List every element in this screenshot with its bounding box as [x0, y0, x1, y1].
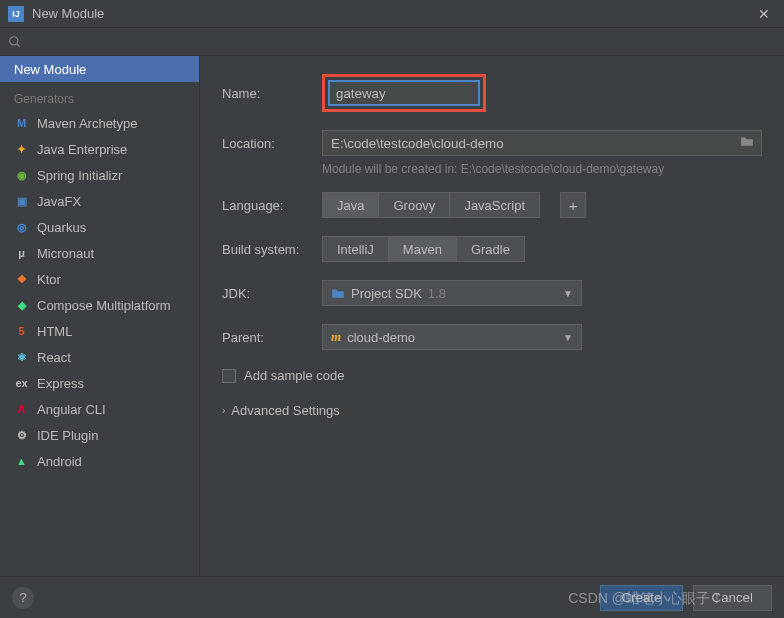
location-label: Location:: [222, 136, 310, 151]
sidebar-item-label: Java Enterprise: [37, 142, 127, 157]
sidebar-item-generator[interactable]: 5HTML: [0, 318, 199, 344]
build-option[interactable]: Gradle: [457, 236, 525, 262]
language-group: JavaGroovyJavaScript: [322, 192, 540, 218]
generator-icon: A: [14, 402, 29, 417]
build-option[interactable]: IntelliJ: [322, 236, 389, 262]
cancel-button[interactable]: Cancel: [693, 585, 773, 611]
sidebar-item-label: HTML: [37, 324, 72, 339]
build-group: IntelliJMavenGradle: [322, 236, 525, 262]
sidebar-item-generator[interactable]: μMicronaut: [0, 240, 199, 266]
sidebar-item-generator[interactable]: ◆Compose Multiplatform: [0, 292, 199, 318]
generator-icon: M: [14, 116, 29, 131]
language-option[interactable]: JavaScript: [450, 192, 540, 218]
language-label: Language:: [222, 198, 310, 213]
language-option[interactable]: Java: [322, 192, 379, 218]
build-label: Build system:: [222, 242, 310, 257]
sidebar-item-generator[interactable]: MMaven Archetype: [0, 110, 199, 136]
location-hint: Module will be created in: E:\code\testc…: [322, 162, 762, 176]
sample-code-label: Add sample code: [244, 368, 344, 383]
jdk-version: 1.8: [428, 286, 446, 301]
generator-icon: ▲: [14, 454, 29, 469]
svg-point-0: [10, 36, 18, 44]
jdk-combo[interactable]: Project SDK 1.8 ▼: [322, 280, 582, 306]
generator-icon: 5: [14, 324, 29, 339]
generator-icon: ⚙: [14, 428, 29, 443]
sidebar-item-label: IDE Plugin: [37, 428, 98, 443]
sidebar-item-label: Maven Archetype: [37, 116, 137, 131]
add-language-button[interactable]: +: [560, 192, 586, 218]
name-highlight-box: [322, 74, 486, 112]
location-input[interactable]: [322, 130, 762, 156]
chevron-right-icon: ›: [222, 405, 225, 416]
browse-folder-icon[interactable]: [740, 135, 754, 150]
sidebar-item-label: Express: [37, 376, 84, 391]
sidebar-item-generator[interactable]: ⚛React: [0, 344, 199, 370]
sidebar: New Module Generators MMaven Archetype✦J…: [0, 56, 200, 576]
app-icon: IJ: [8, 6, 24, 22]
sidebar-item-generator[interactable]: ❖Ktor: [0, 266, 199, 292]
generator-icon: ⚛: [14, 350, 29, 365]
search-bar[interactable]: [0, 28, 784, 56]
sidebar-item-label: New Module: [14, 62, 86, 77]
sidebar-item-label: Spring Initializr: [37, 168, 122, 183]
sidebar-item-label: React: [37, 350, 71, 365]
sidebar-item-generator[interactable]: ◉Spring Initializr: [0, 162, 199, 188]
sidebar-item-label: Android: [37, 454, 82, 469]
generator-icon: μ: [14, 246, 29, 261]
parent-label: Parent:: [222, 330, 310, 345]
build-option[interactable]: Maven: [389, 236, 457, 262]
sidebar-section-header: Generators: [0, 82, 199, 110]
help-button[interactable]: ?: [12, 587, 34, 609]
content-pane: Name: Location: Module will be created i…: [200, 56, 784, 576]
sidebar-item-label: Angular CLI: [37, 402, 106, 417]
sidebar-item-label: Quarkus: [37, 220, 86, 235]
sidebar-item-label: Ktor: [37, 272, 61, 287]
generator-icon: ❖: [14, 272, 29, 287]
chevron-down-icon: ▼: [563, 288, 573, 299]
name-label: Name:: [222, 86, 310, 101]
parent-combo[interactable]: m cloud-demo ▼: [322, 324, 582, 350]
titlebar: IJ New Module ✕: [0, 0, 784, 28]
search-icon: [8, 35, 22, 49]
sidebar-item-new-module[interactable]: New Module: [0, 56, 199, 82]
create-button[interactable]: Create: [600, 585, 682, 611]
generator-icon: ◆: [14, 298, 29, 313]
advanced-settings-toggle[interactable]: › Advanced Settings: [222, 403, 762, 418]
sidebar-item-label: Compose Multiplatform: [37, 298, 171, 313]
maven-icon: m: [331, 329, 341, 345]
sidebar-item-generator[interactable]: ◎Quarkus: [0, 214, 199, 240]
folder-icon: [331, 287, 345, 299]
window-title: New Module: [32, 6, 752, 21]
generator-icon: ▣: [14, 194, 29, 209]
sidebar-item-generator[interactable]: ✦Java Enterprise: [0, 136, 199, 162]
sample-code-checkbox[interactable]: [222, 369, 236, 383]
sidebar-item-generator[interactable]: exExpress: [0, 370, 199, 396]
sample-code-row[interactable]: Add sample code: [222, 368, 762, 383]
close-icon[interactable]: ✕: [752, 6, 776, 22]
generator-icon: ◎: [14, 220, 29, 235]
language-option[interactable]: Groovy: [379, 192, 450, 218]
advanced-settings-label: Advanced Settings: [231, 403, 339, 418]
sidebar-item-label: JavaFX: [37, 194, 81, 209]
sidebar-item-label: Micronaut: [37, 246, 94, 261]
sidebar-item-generator[interactable]: ▣JavaFX: [0, 188, 199, 214]
chevron-down-icon: ▼: [563, 332, 573, 343]
jdk-value: Project SDK: [351, 286, 422, 301]
jdk-label: JDK:: [222, 286, 310, 301]
name-input[interactable]: [328, 80, 480, 106]
generator-icon: ✦: [14, 142, 29, 157]
footer: ? Create Cancel: [0, 576, 784, 618]
parent-value: cloud-demo: [347, 330, 415, 345]
generator-icon: ex: [14, 376, 29, 391]
sidebar-item-generator[interactable]: ▲Android: [0, 448, 199, 474]
generator-icon: ◉: [14, 168, 29, 183]
sidebar-item-generator[interactable]: ⚙IDE Plugin: [0, 422, 199, 448]
svg-line-1: [17, 43, 20, 46]
sidebar-item-generator[interactable]: AAngular CLI: [0, 396, 199, 422]
